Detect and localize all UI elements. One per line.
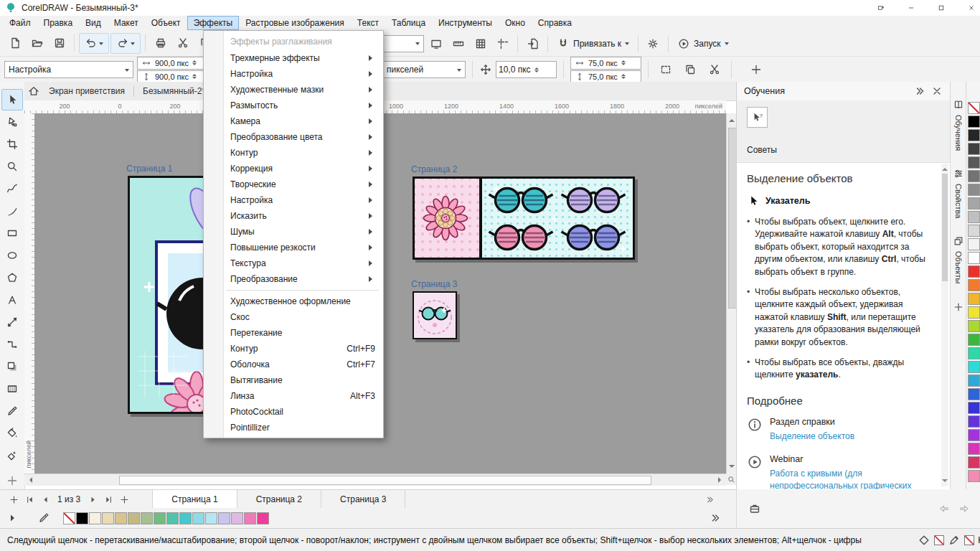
menu-5[interactable]: Объект — [145, 16, 187, 30]
fullscreen-preview-button[interactable] — [425, 33, 446, 54]
crop-tool[interactable] — [1, 133, 23, 155]
docker-close-icon[interactable] — [930, 85, 943, 98]
palette-color-10[interactable] — [968, 238, 980, 250]
duplicate-y-field[interactable]: 75,0 пкс — [570, 70, 641, 83]
palette-color-27[interactable] — [968, 470, 980, 482]
doc-color-8[interactable] — [166, 512, 179, 524]
effects-submenu-11[interactable]: Исказить — [204, 208, 382, 224]
page-tab-3[interactable]: Страница 3 — [321, 490, 405, 508]
docker-scrollbar[interactable] — [941, 164, 948, 486]
pick-tool[interactable] — [1, 89, 23, 110]
palette-color-none[interactable] — [968, 102, 980, 114]
effects-submenu-4[interactable]: Размытость — [204, 98, 382, 113]
artistic-media-tool[interactable] — [1, 200, 23, 222]
transparency-tool[interactable] — [1, 378, 23, 400]
add-page-after-button[interactable] — [116, 491, 132, 507]
tips-cursor-button[interactable]: ? — [747, 107, 768, 128]
palette-color-25[interactable] — [968, 443, 980, 455]
effects-command-9[interactable]: Pointillizer — [204, 420, 382, 435]
maximize-button[interactable] — [928, 0, 954, 16]
treat-as-filled-button[interactable] — [655, 60, 676, 80]
zoom-level-combo[interactable] — [382, 35, 424, 52]
palette-flyout-icon[interactable] — [6, 512, 19, 524]
text-tool[interactable] — [1, 289, 23, 311]
doc-color-6[interactable] — [141, 512, 153, 524]
menu-8[interactable]: Текст — [351, 16, 385, 30]
doc-color-2[interactable] — [89, 512, 101, 524]
palette-color-12[interactable] — [968, 265, 980, 278]
doc-color-14[interactable] — [244, 512, 256, 524]
effects-submenu-15[interactable]: Преобразование — [204, 271, 382, 287]
palette-color-9[interactable] — [968, 225, 980, 237]
palette-color-26[interactable] — [968, 456, 980, 468]
first-page-button[interactable] — [22, 491, 37, 507]
docker-tab-обучения[interactable]: Обучения — [953, 99, 964, 151]
effects-command-7[interactable]: ЛинзаAlt+F3 — [204, 388, 382, 404]
open-button[interactable] — [27, 33, 47, 54]
palette-color-17[interactable] — [968, 334, 980, 346]
effects-submenu-3[interactable]: Художественные мазки — [204, 82, 382, 98]
rectangle-tool[interactable] — [1, 222, 23, 244]
doc-color-1[interactable] — [76, 512, 88, 524]
options-button[interactable] — [643, 33, 664, 54]
doc-color-15[interactable] — [257, 512, 269, 524]
fill-indicator-icon[interactable] — [918, 534, 930, 547]
minimize-button[interactable] — [898, 0, 924, 16]
undo-button[interactable] — [79, 33, 109, 54]
cut-button[interactable] — [172, 33, 193, 54]
transform-duplicate-button[interactable] — [679, 60, 700, 80]
page-tab-1[interactable]: Страница 1 — [152, 490, 237, 508]
previous-page-button[interactable] — [37, 491, 53, 507]
horizontal-scroll-thumb[interactable] — [119, 476, 651, 485]
doc-color-5[interactable] — [128, 512, 140, 524]
show-grid-button[interactable] — [470, 33, 491, 54]
add-docker-button[interactable] — [953, 301, 964, 313]
docker-collapse-icon[interactable] — [913, 85, 926, 98]
freehand-tool[interactable] — [1, 178, 23, 199]
doc-color-7[interactable] — [154, 512, 166, 524]
workspace-overlap-icon[interactable] — [868, 0, 894, 16]
connector-tool[interactable] — [1, 334, 23, 355]
doc-color-12[interactable] — [218, 512, 230, 524]
add-tool-button[interactable] — [1, 470, 23, 491]
page-height-field[interactable]: 900,0 пкс — [137, 70, 205, 83]
effects-command-6[interactable]: Вытягивание — [204, 372, 382, 388]
menu-4[interactable]: Макет — [108, 16, 145, 30]
tab-welcome-screen[interactable]: Экран приветствия — [40, 82, 133, 100]
effects-command-1[interactable]: Художественное оформление — [204, 293, 382, 309]
close-button[interactable] — [958, 0, 980, 16]
palette-color-22[interactable] — [968, 402, 980, 414]
page-3-artwork[interactable] — [413, 291, 457, 339]
palette-color-3[interactable] — [968, 143, 980, 155]
zoom-tool[interactable] — [1, 156, 23, 177]
import-button[interactable] — [522, 33, 543, 54]
palette-color-6[interactable] — [968, 184, 980, 196]
page-width-field[interactable]: 900,0 пкс — [137, 57, 205, 70]
menu-6[interactable]: Эффекты — [187, 16, 240, 30]
drop-shadow-tool[interactable] — [1, 356, 23, 377]
menu-3[interactable]: Вид — [79, 16, 108, 30]
last-page-button[interactable] — [100, 491, 116, 507]
palette-overflow-icon[interactable] — [709, 512, 722, 524]
menu-2[interactable]: Правка — [37, 16, 80, 30]
preset-combo[interactable]: Настройка — [4, 61, 133, 78]
horizontal-scrollbar[interactable] — [24, 474, 726, 486]
effects-submenu-9[interactable]: Творческие — [204, 176, 382, 192]
show-guidelines-button[interactable] — [492, 33, 513, 54]
add-page-button[interactable] — [6, 491, 22, 507]
effects-submenu-5[interactable]: Камера — [204, 113, 382, 129]
shape-tool[interactable] — [1, 111, 23, 133]
smart-fill-tool[interactable] — [1, 445, 23, 466]
vertical-scrollbar[interactable] — [726, 113, 737, 474]
docker-scroll-thumb[interactable] — [942, 174, 948, 281]
hint-back-icon[interactable] — [938, 502, 951, 515]
menu-12[interactable]: Справка — [532, 16, 578, 30]
docker-tab-свойства[interactable]: Свойства — [953, 168, 964, 218]
page-tab-2[interactable]: Страница 2 — [237, 490, 321, 508]
palette-color-16[interactable] — [968, 320, 980, 332]
effects-submenu-8[interactable]: Коррекция — [204, 161, 382, 176]
resource-link[interactable]: Выделение объектов — [770, 430, 854, 443]
doc-color-9[interactable] — [179, 512, 192, 524]
doc-color-13[interactable] — [231, 512, 243, 524]
nudge-field[interactable]: 10,0 пкс — [496, 61, 557, 78]
